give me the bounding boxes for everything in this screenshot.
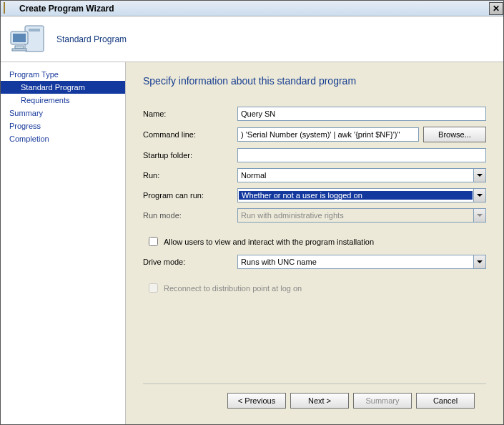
svg-rect-3 [13, 34, 26, 42]
name-input[interactable] [237, 107, 486, 121]
row-name: Name: [143, 107, 486, 121]
sidebar-item-requirements[interactable]: Requirements [1, 94, 125, 107]
sidebar-item-progress[interactable]: Progress [1, 119, 125, 132]
page-heading: Specify information about this standard … [143, 75, 486, 87]
allow-interact-checkbox[interactable] [149, 237, 158, 246]
sidebar-item-completion[interactable]: Completion [1, 132, 125, 145]
wizard-icon [4, 3, 15, 14]
run-value: Normal [238, 171, 473, 180]
label-name: Name: [143, 109, 237, 118]
sidebar-item-standard-program[interactable]: Standard Program [1, 81, 125, 94]
close-button[interactable]: ✕ [489, 2, 503, 15]
footer: < Previous Next > Summary Cancel [143, 384, 486, 417]
drivemode-dropdown[interactable]: Runs with UNC name [237, 255, 486, 269]
chevron-down-icon [473, 209, 485, 222]
check-reconnect: Reconnect to distribution point at log o… [143, 283, 486, 293]
cancel-button[interactable]: Cancel [416, 393, 475, 409]
label-run: Run: [143, 171, 237, 180]
startupfolder-input[interactable] [237, 148, 486, 162]
previous-button[interactable]: < Previous [227, 393, 286, 409]
browse-button[interactable]: Browse... [423, 127, 486, 142]
computer-icon [9, 21, 45, 57]
svg-rect-5 [12, 49, 26, 51]
svg-rect-1 [29, 29, 40, 31]
summary-button: Summary [353, 393, 412, 409]
sidebar: Program Type Standard Program Requiremen… [1, 62, 126, 424]
commandline-input[interactable] [237, 127, 419, 142]
wizard-window: Create Program Wizard ✕ Standard Program… [0, 0, 504, 425]
row-run: Run: Normal [143, 168, 486, 182]
runmode-dropdown: Run with administrative rights [237, 208, 486, 223]
sidebar-item-program-type[interactable]: Program Type [1, 68, 125, 81]
svg-rect-4 [15, 46, 24, 49]
row-runmode: Run mode: Run with administrative rights [143, 208, 486, 223]
row-programcanrun: Program can run: Whether or not a user i… [143, 188, 486, 202]
drivemode-value: Runs with UNC name [238, 258, 473, 266]
next-button[interactable]: Next > [290, 393, 349, 409]
sidebar-item-summary[interactable]: Summary [1, 107, 125, 119]
label-drivemode: Drive mode: [143, 258, 237, 266]
programcanrun-dropdown[interactable]: Whether or not a user is logged on [237, 188, 486, 202]
titlebar: Create Program Wizard ✕ [1, 1, 503, 16]
runmode-value: Run with administrative rights [238, 211, 473, 220]
window-title: Create Program Wizard [19, 4, 114, 14]
chevron-down-icon [473, 189, 485, 202]
run-dropdown[interactable]: Normal [237, 168, 486, 182]
label-programcanrun: Program can run: [143, 191, 237, 200]
label-runmode: Run mode: [143, 211, 237, 220]
header-banner: Standard Program [1, 16, 503, 62]
body: Program Type Standard Program Requiremen… [1, 62, 503, 424]
programcanrun-value: Whether or not a user is logged on [239, 191, 473, 200]
row-drivemode: Drive mode: Runs with UNC name [143, 255, 486, 269]
chevron-down-icon [473, 169, 485, 182]
banner-subtitle: Standard Program [56, 34, 127, 44]
row-commandline: Command line: Browse... [143, 127, 486, 142]
content-pane: Specify information about this standard … [126, 62, 503, 424]
allow-interact-label: Allow users to view and interact with th… [164, 238, 374, 246]
reconnect-checkbox [149, 283, 158, 293]
label-startupfolder: Startup folder: [143, 151, 237, 160]
row-startupfolder: Startup folder: [143, 148, 486, 162]
chevron-down-icon [473, 255, 485, 268]
reconnect-label: Reconnect to distribution point at log o… [164, 284, 302, 293]
label-commandline: Command line: [143, 130, 237, 139]
check-allow-interact: Allow users to view and interact with th… [143, 237, 486, 246]
